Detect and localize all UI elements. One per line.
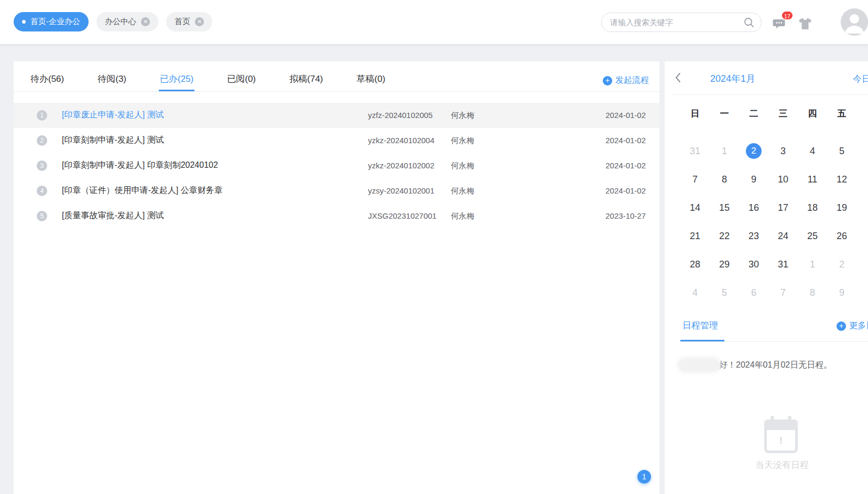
theme-skin-button[interactable] bbox=[798, 17, 812, 33]
task-tab[interactable]: 已办(25) bbox=[159, 68, 194, 91]
calendar-week-row: 141516171819 bbox=[680, 194, 856, 222]
close-icon[interactable]: ✕ bbox=[195, 17, 204, 26]
calendar-month-title[interactable]: 2024年1月 bbox=[696, 72, 769, 85]
row-number-badge: 4 bbox=[37, 186, 47, 196]
row-title-link[interactable]: [印章刻制申请-发起人] 印章刻制20240102 bbox=[62, 160, 218, 171]
start-process-label: 发起流程 bbox=[615, 75, 649, 86]
row-date: 2024-01-02 bbox=[605, 161, 646, 170]
task-list-row[interactable]: 1 [印章废止申请-发起人] 测试 yzfz-20240102005 何永梅 2… bbox=[14, 103, 659, 128]
calendar-day[interactable]: 3 bbox=[768, 137, 798, 165]
calendar-day[interactable]: 21 bbox=[680, 222, 710, 250]
calendar-day[interactable]: 23 bbox=[739, 222, 768, 250]
calendar-day[interactable]: 1 bbox=[798, 250, 827, 278]
calendar-week-row: 2829303112 bbox=[680, 250, 856, 278]
search-input[interactable] bbox=[610, 18, 743, 27]
tshirt-icon bbox=[798, 17, 812, 30]
row-person: 何永梅 bbox=[451, 211, 474, 221]
calendar-day[interactable]: 25 bbox=[798, 222, 827, 250]
search-icon[interactable] bbox=[743, 17, 755, 28]
calendar-day[interactable]: 5 bbox=[827, 137, 856, 165]
calendar-day[interactable]: 2 bbox=[739, 137, 768, 165]
calendar-day[interactable]: 2 bbox=[827, 250, 856, 278]
pill-closable-tab[interactable]: 首页 ✕ bbox=[166, 12, 212, 31]
row-number-badge: 3 bbox=[37, 160, 47, 171]
calendar-panel: 2024年1月 今日 日一二三四五 3112345789101112141516… bbox=[665, 61, 868, 494]
start-process-button[interactable]: + 发起流程 bbox=[603, 75, 649, 86]
calendar-day[interactable]: 4 bbox=[680, 278, 710, 307]
calendar-today-button[interactable]: 今日 bbox=[853, 73, 868, 85]
task-list-row[interactable]: 2 [印章刻制申请-发起人] 测试 yzkz-20240102004 何永梅 2… bbox=[14, 128, 659, 153]
calendar-day[interactable]: 15 bbox=[710, 194, 739, 222]
calendar-prev-button[interactable] bbox=[674, 72, 685, 84]
weekday-label: 二 bbox=[739, 108, 768, 120]
task-list-row[interactable]: 4 [印章（证件）使用申请-发起人] 公章财务章 yzsy-2024010200… bbox=[14, 178, 659, 203]
calendar-day[interactable]: 9 bbox=[827, 278, 856, 307]
row-date: 2023-10-27 bbox=[605, 211, 646, 220]
close-icon[interactable]: ✕ bbox=[141, 17, 150, 26]
row-title-link[interactable]: [印章（证件）使用申请-发起人] 公章财务章 bbox=[62, 185, 223, 196]
row-code: yzkz-20240102004 bbox=[368, 136, 435, 145]
calendar-day[interactable]: 10 bbox=[768, 165, 798, 194]
pill-closable-tab[interactable]: 办公中心 ✕ bbox=[96, 12, 158, 31]
calendar-day[interactable]: 11 bbox=[798, 165, 827, 194]
task-tab[interactable]: 已阅(0) bbox=[226, 68, 257, 91]
schedule-greeting: 好！2024年01月02日无日程。 bbox=[677, 357, 832, 373]
row-number-badge: 5 bbox=[37, 211, 47, 221]
top-bar: 首页-企业办公 办公中心 ✕ 首页 ✕ 17 bbox=[0, 0, 868, 44]
redacted-name-blur bbox=[677, 357, 721, 373]
calendar-day[interactable]: 4 bbox=[798, 137, 827, 165]
messages-button[interactable]: 17 bbox=[773, 18, 788, 31]
plus-circle-icon: + bbox=[603, 76, 612, 85]
schedule-more-button[interactable]: + 更多日程 bbox=[837, 320, 868, 331]
calendar-day[interactable]: 19 bbox=[827, 194, 856, 222]
row-code: JXSG20231027001 bbox=[368, 211, 437, 220]
row-number-badge: 2 bbox=[37, 135, 47, 146]
calendar-day[interactable]: 6 bbox=[739, 278, 768, 307]
calendar-week-row: 212223242526 bbox=[680, 222, 856, 250]
row-person: 何永梅 bbox=[451, 111, 474, 121]
pagination-page-1[interactable]: 1 bbox=[637, 470, 651, 484]
calendar-day[interactable]: 22 bbox=[710, 222, 739, 250]
calendar-day[interactable]: 5 bbox=[710, 278, 739, 307]
calendar-day[interactable]: 16 bbox=[739, 194, 768, 222]
calendar-day[interactable]: 31 bbox=[680, 137, 710, 165]
task-tab[interactable]: 待阅(3) bbox=[96, 68, 127, 91]
calendar-day[interactable]: 8 bbox=[710, 165, 739, 194]
calendar-day[interactable]: 14 bbox=[680, 194, 710, 222]
task-tab[interactable]: 待办(56) bbox=[29, 68, 65, 91]
calendar-day[interactable]: 28 bbox=[680, 250, 710, 278]
calendar-day[interactable]: 31 bbox=[768, 250, 798, 278]
calendar-day[interactable]: 29 bbox=[710, 250, 739, 278]
calendar-day[interactable]: 24 bbox=[768, 222, 798, 250]
weekday-label: 五 bbox=[827, 108, 856, 120]
calendar-day[interactable]: 26 bbox=[827, 222, 856, 250]
user-avatar[interactable] bbox=[841, 8, 868, 36]
task-list: 1 [印章废止申请-发起人] 测试 yzfz-20240102005 何永梅 2… bbox=[14, 103, 659, 229]
row-code: yzfz-20240102005 bbox=[368, 111, 432, 120]
row-person: 何永梅 bbox=[451, 161, 474, 171]
row-title-link[interactable]: [印章废止申请-发起人] 测试 bbox=[62, 110, 164, 121]
task-tab[interactable]: 拟稿(74) bbox=[288, 68, 324, 91]
calendar-day[interactable]: 17 bbox=[768, 194, 798, 222]
calendar-day[interactable]: 12 bbox=[827, 165, 856, 194]
task-list-row[interactable]: 3 [印章刻制申请-发起人] 印章刻制20240102 yzkz-2024010… bbox=[14, 153, 659, 178]
calendar-day[interactable]: 8 bbox=[798, 278, 827, 307]
task-panel: 待办(56)待阅(3)已办(25)已阅(0)拟稿(74)草稿(0) + 发起流程… bbox=[14, 61, 659, 494]
schedule-tab-underline bbox=[680, 340, 724, 341]
calendar-grid: 3112345789101112141516171819212223242526… bbox=[680, 137, 856, 307]
calendar-week-row: 456789 bbox=[680, 278, 856, 307]
schedule-tab[interactable]: 日程管理 bbox=[682, 319, 718, 331]
calendar-day[interactable]: 30 bbox=[739, 250, 768, 278]
task-list-row[interactable]: 5 [质量事故审批-发起人] 测试 JXSG20231027001 何永梅 20… bbox=[14, 203, 659, 229]
pill-home-active[interactable]: 首页-企业办公 bbox=[14, 12, 89, 31]
row-title-link[interactable]: [印章刻制申请-发起人] 测试 bbox=[62, 135, 164, 146]
calendar-day[interactable]: 18 bbox=[798, 194, 827, 222]
task-tabs: 待办(56)待阅(3)已办(25)已阅(0)拟稿(74)草稿(0) bbox=[29, 68, 418, 91]
calendar-day[interactable]: 1 bbox=[710, 137, 739, 165]
row-title-link[interactable]: [质量事故审批-发起人] 测试 bbox=[62, 210, 164, 221]
tabs-divider bbox=[14, 91, 659, 92]
task-tab[interactable]: 草稿(0) bbox=[355, 68, 386, 91]
calendar-day[interactable]: 7 bbox=[680, 165, 710, 194]
calendar-day[interactable]: 7 bbox=[768, 278, 798, 307]
calendar-day[interactable]: 9 bbox=[739, 165, 768, 194]
